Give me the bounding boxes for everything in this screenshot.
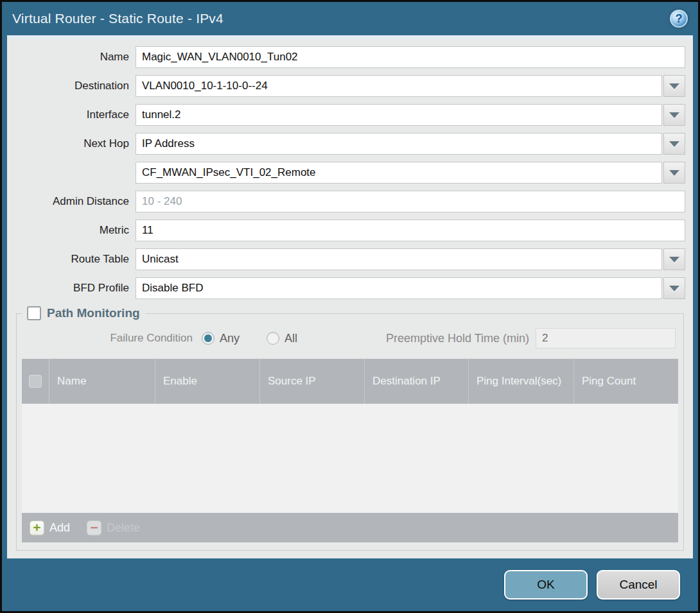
next-hop-address-dropdown-button[interactable] (663, 162, 685, 184)
column-header-ping-interval: Ping Interval(sec) (468, 359, 573, 404)
add-button-label: Add (49, 521, 70, 535)
chevron-down-icon (669, 83, 679, 89)
route-table-dropdown-button[interactable] (663, 248, 685, 270)
path-monitoring-title: Path Monitoring (47, 306, 140, 320)
column-header-destination-ip: Destination IP (364, 359, 468, 404)
failure-condition-label: Failure Condition (21, 332, 193, 345)
interface-input[interactable] (136, 104, 662, 126)
select-all-checkbox[interactable] (29, 375, 42, 388)
delete-button-label: Delete (107, 521, 140, 535)
interface-label: Interface (7, 108, 136, 121)
path-monitoring-checkbox[interactable] (27, 306, 41, 320)
delete-button[interactable]: Delete (87, 521, 140, 535)
destination-dropdown-button[interactable] (663, 75, 685, 97)
dialog-footer: OK Cancel (2, 558, 698, 611)
minus-icon (87, 521, 101, 535)
table-toolbar: Add Delete (22, 513, 678, 542)
bfd-profile-input[interactable] (136, 277, 662, 299)
preemptive-hold-time-input[interactable] (536, 328, 676, 349)
form-row-admin-distance: Admin Distance (7, 191, 685, 212)
plus-icon (30, 521, 44, 535)
preemptive-hold-time-label: Preemptive Hold Time (min) (386, 332, 529, 345)
interface-dropdown-button[interactable] (663, 104, 685, 126)
bfd-profile-dropdown-button[interactable] (663, 277, 685, 299)
failure-condition-any-radio[interactable] (202, 332, 214, 345)
column-header-name: Name (49, 359, 155, 404)
add-button[interactable]: Add (30, 521, 70, 535)
next-hop-type-dropdown-button[interactable] (663, 133, 685, 155)
next-hop-type-input[interactable] (136, 133, 662, 155)
route-table-input[interactable] (136, 248, 662, 270)
next-hop-address-input[interactable] (136, 162, 662, 184)
metric-label: Metric (7, 224, 136, 237)
failure-condition-all-label: All (284, 332, 297, 345)
admin-distance-input[interactable] (136, 191, 685, 212)
dialog-body: Name Destination Interface Next Hop (7, 35, 693, 558)
form-row-destination: Destination (7, 75, 685, 97)
dialog-titlebar: Virtual Router - Static Route - IPv4 (2, 2, 698, 35)
failure-condition-all-radio[interactable] (267, 332, 279, 345)
next-hop-label: Next Hop (7, 137, 136, 150)
path-monitoring-table: Name Enable Source IP Destination IP Pin… (22, 359, 678, 542)
form-row-next-hop-address (7, 162, 685, 184)
cancel-button[interactable]: Cancel (597, 570, 680, 600)
chevron-down-icon (669, 141, 679, 147)
table-header: Name Enable Source IP Destination IP Pin… (22, 359, 678, 404)
help-icon[interactable] (670, 10, 688, 28)
failure-condition-any-label: Any (220, 332, 240, 345)
column-header-source-ip: Source IP (259, 359, 364, 404)
form-row-bfd-profile: BFD Profile (7, 277, 685, 299)
chevron-down-icon (669, 112, 679, 118)
ok-button[interactable]: OK (504, 570, 588, 600)
admin-distance-label: Admin Distance (7, 195, 136, 208)
form-row-name: Name (7, 46, 685, 68)
table-body-empty (22, 404, 678, 513)
column-header-enable: Enable (155, 359, 259, 404)
chevron-down-icon (669, 286, 679, 291)
form-row-route-table: Route Table (7, 248, 685, 270)
failure-condition-row: Failure Condition Any All Preemptive Hol… (21, 328, 679, 349)
bfd-profile-label: BFD Profile (7, 282, 136, 295)
path-monitoring-legend: Path Monitoring (22, 306, 145, 320)
form-row-metric: Metric (7, 220, 685, 241)
route-table-label: Route Table (7, 253, 136, 266)
destination-input[interactable] (136, 75, 662, 97)
chevron-down-icon (669, 170, 679, 176)
name-label: Name (7, 51, 136, 64)
form-row-interface: Interface (7, 104, 685, 126)
column-header-ping-count: Ping Count (573, 359, 678, 404)
destination-label: Destination (7, 80, 136, 92)
path-monitoring-section: Path Monitoring Failure Condition Any Al… (16, 306, 684, 551)
chevron-down-icon (669, 257, 679, 263)
dialog-title: Virtual Router - Static Route - IPv4 (12, 11, 223, 26)
name-input[interactable] (136, 46, 685, 68)
form-row-next-hop: Next Hop (7, 133, 685, 155)
metric-input[interactable] (136, 220, 685, 241)
static-route-dialog: Virtual Router - Static Route - IPv4 Nam… (0, 0, 700, 613)
